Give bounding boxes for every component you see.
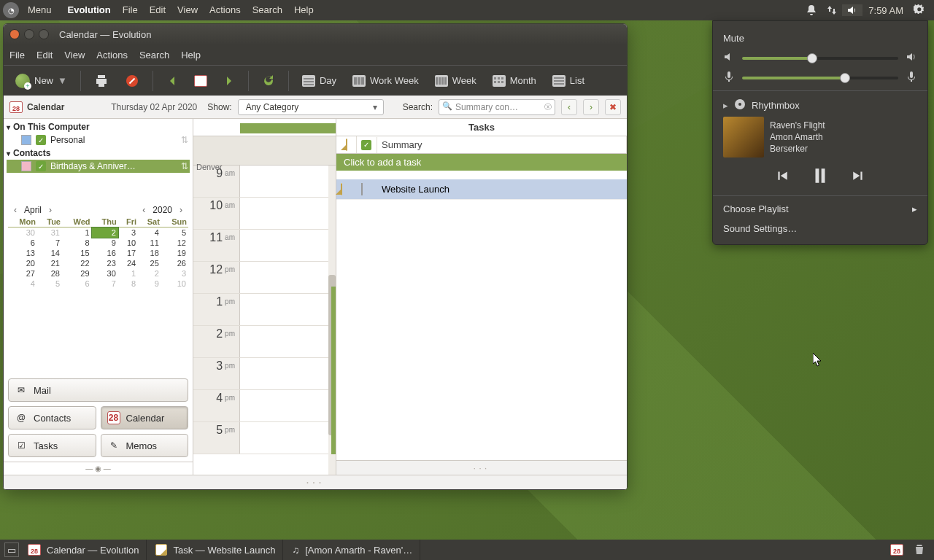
minical-day[interactable]: 31 xyxy=(37,228,62,238)
delete-button[interactable] xyxy=(119,71,145,91)
minical-day[interactable]: 23 xyxy=(92,258,118,268)
tree-group-on-this-computer[interactable]: On This Computer xyxy=(7,120,190,133)
switcher-tasks[interactable]: ☑Tasks xyxy=(8,434,96,457)
calendar-item-personal[interactable]: ✓ Personal ⇅ xyxy=(7,133,190,147)
window-maximize-button[interactable] xyxy=(39,29,49,39)
mini-calendar[interactable]: ‹April› ‹2020› MonTueWedThuFriSatSun 303… xyxy=(4,203,193,293)
minical-day[interactable]: 28 xyxy=(37,268,62,279)
minical-day[interactable]: 7 xyxy=(92,279,118,289)
minical-day[interactable]: 10 xyxy=(118,238,138,248)
mini-calendar-grid[interactable]: MonTueWedThuFriSatSun 303112345678910111… xyxy=(8,217,188,289)
output-volume-slider[interactable] xyxy=(742,57,898,60)
minical-day[interactable]: 5 xyxy=(161,228,188,238)
menu-file[interactable]: File xyxy=(4,50,31,61)
window-minimize-button[interactable] xyxy=(24,29,34,39)
hour-slot[interactable] xyxy=(240,262,336,293)
minical-day[interactable]: 11 xyxy=(138,238,161,248)
view-week-button[interactable]: Week xyxy=(429,72,482,90)
hour-slot[interactable] xyxy=(240,166,336,197)
checkbox-checked-icon[interactable]: ✓ xyxy=(36,135,46,145)
view-list-button[interactable]: List xyxy=(547,72,590,90)
refresh-button[interactable] xyxy=(256,71,281,90)
window-titlebar[interactable]: Calendar — Evolution xyxy=(4,24,627,44)
global-menu-edit[interactable]: Edit xyxy=(144,0,171,20)
notifications-icon[interactable] xyxy=(801,4,822,16)
minical-day[interactable]: 8 xyxy=(62,238,92,248)
year-prev-button[interactable]: ‹ xyxy=(139,205,148,215)
choose-playlist[interactable]: Choose Playlist▸ xyxy=(713,199,927,219)
hour-slot[interactable] xyxy=(240,326,336,357)
next-track-button[interactable] xyxy=(849,166,868,185)
pane-resize-grip[interactable] xyxy=(336,460,627,475)
minical-day[interactable]: 24 xyxy=(118,258,138,268)
goto-today-button[interactable] xyxy=(188,72,213,90)
minical-day[interactable]: 1 xyxy=(62,228,92,238)
add-task-row[interactable]: Click to add a task xyxy=(336,154,627,171)
clock[interactable]: 7:59 AM xyxy=(862,5,909,16)
minical-day[interactable]: 3 xyxy=(161,268,188,279)
col-done[interactable]: ✓ xyxy=(357,137,377,153)
view-work-week-button[interactable]: Work Week xyxy=(347,72,425,90)
prev-track-button[interactable] xyxy=(773,166,792,185)
minical-day[interactable]: 14 xyxy=(37,248,62,258)
checkbox-checked-icon[interactable]: ✓ xyxy=(36,161,46,171)
category-dropdown[interactable]: Any Category xyxy=(238,99,384,115)
minical-day[interactable]: 20 xyxy=(8,258,37,268)
input-volume-slider[interactable] xyxy=(742,77,898,79)
mute-toggle[interactable]: Mute xyxy=(713,28,927,48)
calendar-applet[interactable]: 28 xyxy=(886,544,908,556)
taskbar-item-rhythmbox[interactable]: ♫[Amon Amarth - Raven'… xyxy=(285,540,420,560)
window-close-button[interactable] xyxy=(9,29,20,39)
player-app-name[interactable]: Rhythmbox xyxy=(752,100,800,111)
minical-day[interactable]: 4 xyxy=(8,279,37,289)
allday-row[interactable] xyxy=(193,136,336,166)
active-app-name[interactable]: Evolution xyxy=(62,0,117,20)
minical-day[interactable]: 16 xyxy=(92,248,118,258)
distributor-logo-icon[interactable]: ◔ xyxy=(3,2,19,18)
global-menu-actions[interactable]: Actions xyxy=(204,0,247,20)
hour-slot[interactable] xyxy=(240,390,336,421)
minical-day[interactable]: 18 xyxy=(138,248,161,258)
minical-day[interactable]: 3 xyxy=(118,228,138,238)
view-month-button[interactable]: Month xyxy=(487,72,542,90)
play-pause-button[interactable] xyxy=(811,166,830,185)
session-gear-icon[interactable] xyxy=(909,4,930,16)
task-checkbox[interactable] xyxy=(361,183,363,195)
minical-day[interactable]: 13 xyxy=(8,248,37,258)
minical-day[interactable]: 9 xyxy=(138,279,161,289)
network-icon[interactable] xyxy=(822,4,842,16)
search-stop-button[interactable]: ✖ xyxy=(605,99,621,115)
minical-day[interactable]: 5 xyxy=(37,279,62,289)
col-summary[interactable]: Summary xyxy=(377,136,627,153)
menu-help[interactable]: Help xyxy=(175,50,207,61)
minical-day[interactable]: 15 xyxy=(62,248,92,258)
menu-search[interactable]: Search xyxy=(134,50,175,61)
search-prev-button[interactable]: ‹ xyxy=(561,99,577,115)
trash-applet[interactable] xyxy=(909,543,930,557)
minical-day[interactable]: 19 xyxy=(161,248,188,258)
calendar-item-birthdays[interactable]: ✓ Birthdays & Anniver… ⇅ xyxy=(7,160,190,173)
minical-day[interactable]: 22 xyxy=(62,258,92,268)
global-menu-search[interactable]: Search xyxy=(247,0,288,20)
minical-day[interactable]: 30 xyxy=(8,228,37,238)
switcher-contacts[interactable]: @Contacts xyxy=(8,406,96,429)
switcher-memos[interactable]: ✎Memos xyxy=(101,434,189,457)
sound-settings[interactable]: Sound Settings… xyxy=(713,219,927,238)
minical-day[interactable]: 8 xyxy=(118,279,138,289)
minical-day[interactable]: 21 xyxy=(37,258,62,268)
new-button[interactable]: New▼ xyxy=(9,71,73,91)
hour-slot[interactable] xyxy=(240,294,336,325)
hour-slot[interactable] xyxy=(240,358,336,389)
month-prev-button[interactable]: ‹ xyxy=(11,205,20,215)
taskbar-item-task[interactable]: Task — Website Launch xyxy=(148,540,283,560)
minical-day[interactable]: 30 xyxy=(92,268,118,279)
minical-day[interactable]: 26 xyxy=(161,258,188,268)
month-next-button[interactable]: › xyxy=(46,205,55,215)
minical-day[interactable]: 1 xyxy=(118,268,138,279)
minical-day[interactable]: 6 xyxy=(8,238,37,248)
next-button[interactable] xyxy=(217,72,241,90)
menu-edit[interactable]: Edit xyxy=(31,50,58,61)
task-row[interactable]: Website Launch xyxy=(336,179,627,200)
hour-slot[interactable] xyxy=(240,422,336,454)
tree-group-contacts[interactable]: Contacts xyxy=(7,147,190,160)
